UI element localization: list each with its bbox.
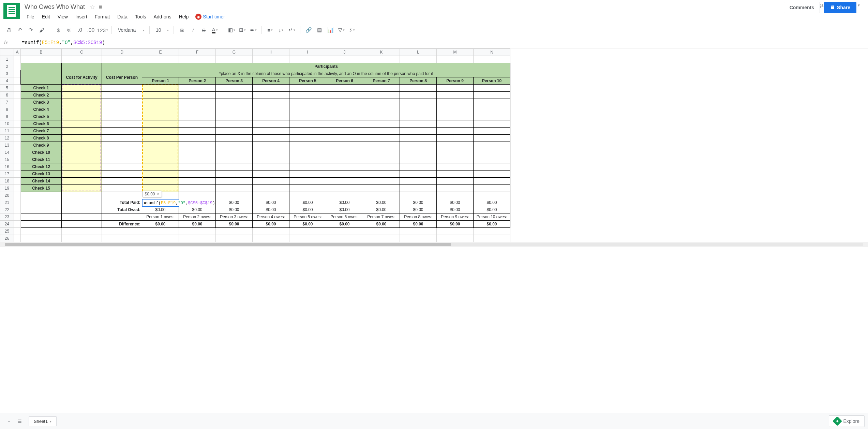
menu-addons[interactable]: Add-ons [150,13,175,21]
cell[interactable]: Cost for Activity [62,70,102,85]
cell[interactable]: $0.00 [326,199,363,206]
cell[interactable] [326,120,363,128]
cell[interactable] [363,135,400,142]
redo-icon[interactable]: ↷ [26,25,35,35]
cell[interactable]: $0.00 [289,199,326,206]
cell[interactable] [14,113,21,120]
menu-help[interactable]: Help [176,13,192,21]
cell[interactable] [102,63,142,70]
cell[interactable] [400,128,437,135]
cell[interactable]: $0.00 [400,199,437,206]
cell[interactable] [62,163,102,171]
cell[interactable] [289,135,326,142]
cell[interactable] [179,135,216,142]
cell[interactable] [179,185,216,192]
menu-format[interactable]: Format [91,13,113,21]
cell[interactable] [62,235,102,242]
column-header[interactable]: B [21,49,62,56]
cell[interactable] [14,85,21,92]
cell[interactable] [62,142,102,149]
cell[interactable] [216,185,253,192]
cell[interactable] [437,149,474,156]
column-header[interactable]: K [363,49,400,56]
start-timer-link[interactable]: Start timer [203,14,225,19]
menu-tools[interactable]: Tools [132,13,150,21]
cell[interactable] [102,192,142,199]
menu-data[interactable]: Data [114,13,131,21]
cell[interactable] [21,213,62,221]
row-header[interactable]: 7 [0,99,14,106]
cell[interactable] [102,135,142,142]
row-header[interactable]: 3 [0,70,14,77]
cell[interactable]: Check 9 [21,142,62,149]
cell[interactable]: $0.00 [179,206,216,213]
cell[interactable] [437,99,474,106]
cell[interactable] [437,156,474,163]
cell[interactable]: Person 2 owes: [179,213,216,221]
menu-insert[interactable]: Insert [72,13,91,21]
cell[interactable]: $0.00 [326,221,363,228]
cell[interactable]: $0.00 [326,206,363,213]
cell[interactable] [289,156,326,163]
column-header[interactable]: E [142,49,179,56]
cell[interactable] [289,128,326,135]
column-header[interactable]: H [253,49,289,56]
cell[interactable] [253,142,289,149]
cell[interactable] [142,85,179,92]
cell[interactable] [474,192,510,199]
cell[interactable] [14,156,21,163]
cell[interactable] [142,228,179,235]
cell[interactable] [400,135,437,142]
cell[interactable] [437,120,474,128]
cell[interactable]: Check 3 [21,99,62,106]
row-header[interactable]: 13 [0,142,14,149]
menu-view[interactable]: View [54,13,71,21]
cell[interactable]: Person 7 [363,77,400,85]
cell[interactable]: Check 15 [21,185,62,192]
cell[interactable]: Person 8 owes: [400,213,437,221]
cell[interactable]: Total Owed: [102,206,142,213]
cell[interactable] [216,149,253,156]
horizontal-scrollbar[interactable] [0,242,868,247]
cell[interactable] [400,185,437,192]
cell[interactable] [142,56,179,63]
cell[interactable] [363,163,400,171]
row-header[interactable]: 19 [0,185,14,192]
cell[interactable]: $0.00 [253,206,289,213]
column-header[interactable]: F [179,49,216,56]
add-sheet-button[interactable]: ＋ [3,416,14,427]
row-header[interactable]: 21 [0,199,14,206]
cell[interactable] [253,128,289,135]
functions-icon[interactable]: Σ [347,25,357,35]
cell[interactable] [179,99,216,106]
cell[interactable] [289,163,326,171]
text-wrap-icon[interactable]: ↵ [287,25,297,35]
cell[interactable] [326,135,363,142]
cell[interactable] [102,149,142,156]
cell[interactable]: $0.00 [437,199,474,206]
cell[interactable] [400,228,437,235]
cell[interactable]: Person 6 [326,77,363,85]
cell[interactable]: $0.00 [216,206,253,213]
cell[interactable] [400,149,437,156]
cell[interactable] [179,85,216,92]
row-header[interactable]: 18 [0,178,14,185]
cell[interactable] [437,228,474,235]
cell[interactable] [179,192,216,199]
cell[interactable]: Person 5 [289,77,326,85]
cell[interactable] [437,85,474,92]
cell[interactable] [400,178,437,185]
menu-edit[interactable]: Edit [39,13,54,21]
cell[interactable] [437,56,474,63]
cell[interactable] [326,163,363,171]
cell[interactable] [253,156,289,163]
cell[interactable]: Person 4 [253,77,289,85]
borders-icon[interactable]: ⊞ [238,25,247,35]
cell[interactable] [216,120,253,128]
column-header[interactable]: M [437,49,474,56]
italic-icon[interactable]: I [188,25,198,35]
cell[interactable] [363,235,400,242]
column-header[interactable]: C [62,49,102,56]
cell[interactable] [253,185,289,192]
cell[interactable] [400,171,437,178]
